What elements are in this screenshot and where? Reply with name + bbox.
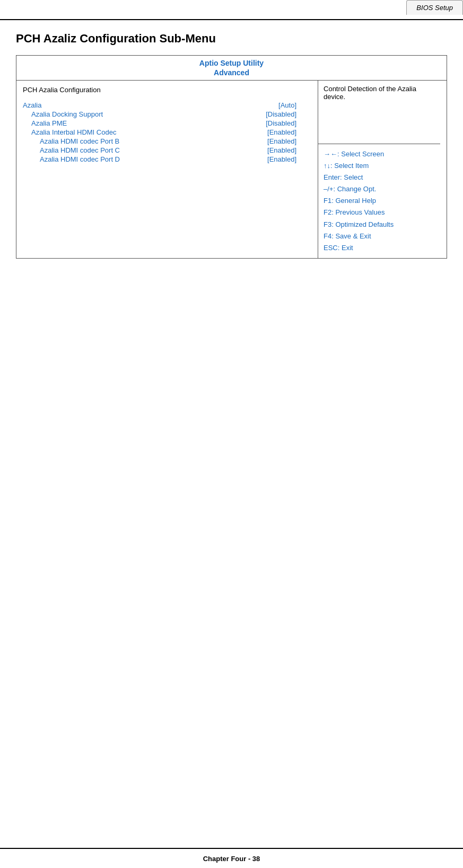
right-panel: Control Detection of the Azalia device. … [318, 81, 440, 258]
header-row: Aptio Setup Utility Advanced [16, 56, 447, 81]
menu-item-label: Azalia HDMI codec Port B [40, 137, 119, 145]
menu-item-label: Azalia HDMI codec Port D [40, 155, 120, 163]
menu-item-label: Azalia [23, 101, 41, 109]
menu-item-value: [Disabled] [255, 110, 296, 118]
menu-item: Azalia PME[Disabled] [23, 119, 296, 127]
menu-item-value: [Enabled] [257, 137, 296, 145]
shortcut-item: F3: Optimized Defaults [324, 219, 435, 231]
left-panel-cell: PCH Azalia Configuration Azalia[Auto]Aza… [16, 81, 318, 259]
shortcut-item: F1: General Help [324, 195, 435, 207]
shortcut-item: ESC: Exit [324, 242, 435, 254]
menu-item-value: [Enabled] [257, 146, 296, 154]
shortcut-item: Enter: Select [324, 172, 435, 183]
main-content-row: PCH Azalia Configuration Azalia[Auto]Aza… [16, 81, 447, 259]
shortcut-item: ↑↓: Select Item [324, 160, 435, 172]
menu-item: Azalia Interbal HDMI Codec[Enabled] [23, 128, 296, 136]
utility-title: Aptio Setup Utility [21, 59, 442, 67]
advanced-label: Advanced [21, 67, 442, 77]
menu-item: Azalia[Auto] [23, 101, 296, 109]
shortcut-item: F2: Previous Values [324, 207, 435, 218]
bios-setup-tab: BIOS Setup [406, 0, 463, 15]
shortcut-item: F4: Save & Exit [324, 231, 435, 242]
top-border [0, 19, 463, 20]
menu-item-label: Azalia Interbal HDMI Codec [31, 128, 116, 136]
right-shortcuts: →←: Select Screen↑↓: Select ItemEnter: S… [318, 144, 440, 258]
shortcut-item: –/+: Change Opt. [324, 183, 435, 195]
shortcut-item: →←: Select Screen [324, 148, 435, 160]
menu-item-value: [Auto] [268, 101, 296, 109]
menu-item: Azalia HDMI codec Port D[Enabled] [23, 155, 296, 163]
section-title: PCH Azaliz Configuration Sub-Menu [16, 32, 447, 46]
menu-items-list: Azalia[Auto]Azalia Docking Support[Disab… [23, 101, 296, 163]
menu-item: Azalia HDMI codec Port C[Enabled] [23, 146, 296, 154]
menu-item-value: [Enabled] [257, 128, 296, 136]
left-panel: PCH Azalia Configuration Azalia[Auto]Aza… [16, 81, 303, 170]
right-description: Control Detection of the Azalia device. [318, 81, 440, 144]
menu-item: Azalia Docking Support[Disabled] [23, 110, 296, 118]
menu-item: Azalia HDMI codec Port B[Enabled] [23, 137, 296, 145]
menu-item-value: [Enabled] [257, 155, 296, 163]
menu-item-label: Azalia HDMI codec Port C [40, 146, 120, 154]
menu-item-label: Azalia Docking Support [31, 110, 103, 118]
page-content: PCH Azaliz Configuration Sub-Menu Aptio … [0, 0, 463, 290]
menu-item-label: Azalia PME [31, 119, 67, 127]
utility-header-cell: Aptio Setup Utility Advanced [16, 56, 447, 81]
bottom-border [0, 848, 463, 849]
description-text: Control Detection of the Azalia device. [324, 85, 416, 101]
bios-utility-table: Aptio Setup Utility Advanced PCH Azalia … [16, 55, 447, 259]
right-panel-cell: Control Detection of the Azalia device. … [318, 81, 447, 259]
footer-label: Chapter Four - 38 [0, 855, 463, 863]
pch-azalia-title: PCH Azalia Configuration [23, 86, 296, 94]
menu-item-value: [Disabled] [255, 119, 296, 127]
